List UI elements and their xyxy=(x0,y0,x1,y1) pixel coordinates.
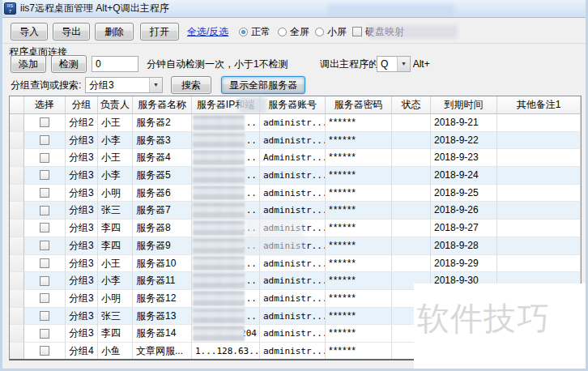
row-selector-strip xyxy=(10,114,24,132)
delete-button[interactable]: 删除 xyxy=(95,23,134,41)
cell-note xyxy=(497,167,581,185)
cell-server-ip: 8.... xyxy=(192,290,260,308)
cell-group: 分组3 xyxy=(66,237,98,255)
row-selector-strip xyxy=(10,272,24,290)
cell-account: administr... xyxy=(260,185,326,203)
cell-expire-date: 2018-9-27 xyxy=(431,220,497,237)
row-checkbox[interactable] xyxy=(40,135,49,145)
hotkey-value: Q xyxy=(381,58,388,70)
detect-button[interactable]: 检测 xyxy=(51,55,87,73)
app-icon: IIS7 xyxy=(4,2,16,15)
row-selector-strip xyxy=(10,185,24,203)
row-selector-strip xyxy=(10,149,24,167)
import-button[interactable]: 导入 xyxy=(11,23,48,41)
cell-server-name: 服务器8 xyxy=(133,220,192,237)
radio-fullscreen-label: 全屏 xyxy=(290,25,309,39)
cell-group: 分组4 xyxy=(66,343,98,360)
cell-status xyxy=(392,255,431,273)
cell-server-name: 服务器12 xyxy=(133,290,192,308)
radio-fullscreen-icon xyxy=(278,28,287,36)
cell-group: 分组3 xyxy=(66,255,98,273)
cell-password: ****** xyxy=(326,202,392,220)
interval-input[interactable] xyxy=(92,56,138,72)
export-button[interactable]: 导出 xyxy=(53,23,90,41)
row-checkbox[interactable] xyxy=(40,188,49,198)
cell-note xyxy=(497,185,581,203)
column-header-3[interactable]: 服务器名称 xyxy=(133,96,192,114)
row-checkbox-cell xyxy=(24,343,66,360)
cell-account: administr... xyxy=(260,325,326,343)
row-checkbox[interactable] xyxy=(40,117,49,127)
row-checkbox[interactable] xyxy=(40,293,49,303)
cell-password: ****** xyxy=(326,132,392,150)
cell-status xyxy=(392,202,431,220)
row-checkbox[interactable] xyxy=(40,223,49,232)
radio-normal[interactable]: 正常 xyxy=(239,23,271,41)
row-checkbox[interactable] xyxy=(40,276,49,286)
cell-note xyxy=(497,149,581,167)
cell-expire-date: 2018-9-22 xyxy=(431,132,497,150)
row-checkbox[interactable] xyxy=(40,311,49,321)
row-checkbox[interactable] xyxy=(40,258,49,268)
radio-smallscreen[interactable]: 小屏 xyxy=(315,23,347,41)
cell-account: administr... xyxy=(260,343,326,360)
radio-smallscreen-icon xyxy=(315,28,324,36)
column-header-8[interactable]: 到期时间 xyxy=(431,96,497,114)
row-checkbox-cell xyxy=(24,149,66,167)
cell-server-ip: 1..204 xyxy=(192,325,260,343)
add-button[interactable]: 添加 xyxy=(11,55,46,73)
table-row: 分组3小王服务器4..Administr...******2018-9-23 xyxy=(10,149,581,167)
cell-password: ****** xyxy=(326,308,392,326)
cell-account: administr... xyxy=(260,290,326,308)
radio-fullscreen[interactable]: 全屏 xyxy=(278,23,309,41)
cell-account: administr... xyxy=(260,167,326,185)
cell-owner: 小王 xyxy=(98,255,133,273)
row-checkbox[interactable] xyxy=(40,346,49,356)
select-all-link[interactable]: 全选/反选 xyxy=(187,23,228,41)
cell-status xyxy=(392,114,431,132)
blur-patch xyxy=(239,97,266,113)
show-all-servers-button[interactable]: 显示全部服务器 xyxy=(221,76,305,94)
column-header-9[interactable]: 其他备注1 xyxy=(497,96,581,114)
cell-expire-date: 2018-9-23 xyxy=(431,149,497,167)
table-row: 分组3小明服务器6..administr...******2018-9-25 xyxy=(10,185,581,203)
row-checkbox[interactable] xyxy=(40,206,49,215)
row-checkbox[interactable] xyxy=(40,170,49,180)
cell-owner: 张三 xyxy=(98,308,133,326)
cell-group: 分组3 xyxy=(66,132,98,150)
cell-password: ****** xyxy=(326,185,392,203)
row-checkbox-cell xyxy=(24,272,66,290)
group-filter-select[interactable]: 分组3 ▼ xyxy=(85,77,163,93)
cell-status xyxy=(392,167,431,185)
cell-group: 分组3 xyxy=(66,185,98,203)
search-button[interactable]: 搜索 xyxy=(171,76,211,94)
cell-group: 分组3 xyxy=(66,202,98,220)
ip-visible-text: .. xyxy=(246,205,257,215)
column-header-0[interactable]: 选择 xyxy=(24,96,66,114)
hotkey-select[interactable]: Q ▼ xyxy=(377,56,411,72)
column-header-5[interactable]: 服务器账号 xyxy=(260,96,326,114)
cell-password: ****** xyxy=(326,149,392,167)
row-checkbox[interactable] xyxy=(40,241,49,250)
row-selector-strip xyxy=(10,132,24,150)
row-checkbox[interactable] xyxy=(40,153,49,163)
cell-account: Administr... xyxy=(260,149,326,167)
cell-note xyxy=(497,255,581,273)
cell-group: 分组3 xyxy=(66,167,98,185)
cell-expire-date: 2018-9-24 xyxy=(431,167,497,185)
row-selector-strip xyxy=(10,167,24,185)
column-header-6[interactable]: 服务器密码 xyxy=(326,96,392,114)
cell-server-ip: .. xyxy=(192,167,260,185)
cell-group: 分组3 xyxy=(66,272,98,290)
open-button[interactable]: 打开 xyxy=(140,23,179,41)
column-header-1[interactable]: 分组 xyxy=(66,96,98,114)
row-checkbox-cell xyxy=(24,290,66,308)
ip-visible-text: .. xyxy=(246,135,257,146)
column-header-7[interactable]: 状态 xyxy=(392,96,431,114)
row-checkbox[interactable] xyxy=(40,329,49,339)
row-checkbox-cell xyxy=(24,255,66,273)
cell-server-ip: 5... xyxy=(192,255,260,273)
cell-owner: 李四 xyxy=(98,325,133,343)
cell-server-ip: 1... xyxy=(192,272,260,290)
column-header-2[interactable]: 负责人 xyxy=(98,96,133,114)
